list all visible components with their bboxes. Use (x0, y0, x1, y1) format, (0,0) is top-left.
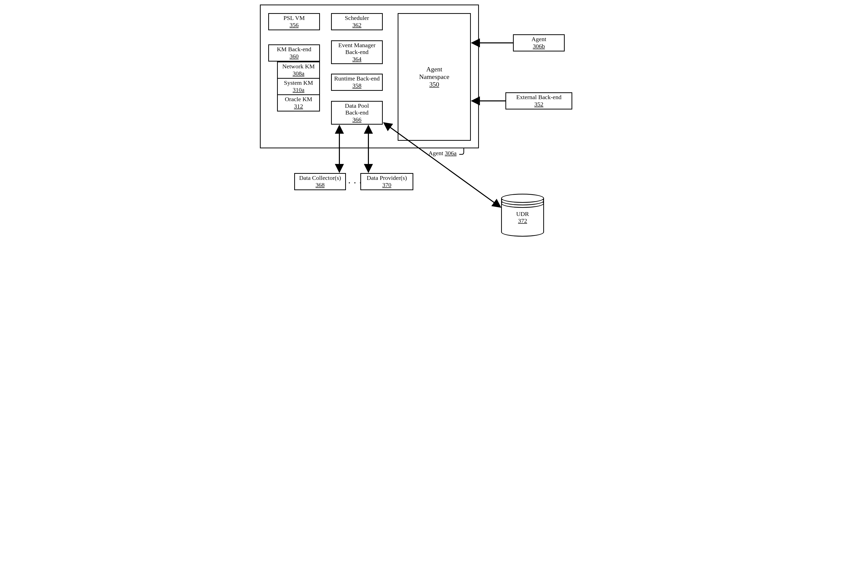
agent-external-num: 306b (533, 43, 545, 50)
agent-container-label-prefix: Agent (428, 150, 445, 156)
agent-container-label-num: 306a (445, 150, 457, 156)
agent-external-label: Agent (531, 36, 546, 43)
system-km-num: 310a (293, 87, 304, 94)
psl-vm-num: 356 (290, 22, 299, 29)
agent-namespace-box: Agent Namespace 350 (398, 13, 471, 141)
oracle-km-label: Oracle KM (285, 96, 312, 103)
event-manager-label2: Back-end (345, 49, 369, 56)
event-manager-num: 364 (353, 56, 362, 63)
runtime-backend-box: Runtime Back-end 358 (331, 74, 383, 91)
network-km-box: Network KM 308a (277, 62, 320, 79)
system-km-box: System KM 310a (277, 78, 320, 95)
scheduler-num: 362 (353, 22, 362, 29)
agent-namespace-num: 350 (430, 81, 439, 88)
udr-num: 372 (518, 217, 527, 224)
agent-namespace-label2: Namespace (419, 73, 449, 81)
agent-container-label: Agent 306a (428, 150, 456, 157)
runtime-backend-num: 358 (353, 82, 362, 89)
km-backend-num: 360 (290, 53, 299, 60)
km-backend-label: KM Back-end (277, 46, 311, 53)
data-providers-label: Data Provider(s) (367, 175, 407, 181)
scheduler-box: Scheduler 362 (331, 13, 383, 30)
data-pool-label1: Data Pool (345, 102, 369, 109)
agent-external-box: Agent 306b (513, 34, 565, 52)
data-collectors-label: Data Collector(s) (299, 175, 341, 181)
udr-cylinder: UDR 372 (501, 194, 544, 237)
network-km-label: Network KM (282, 63, 315, 70)
container-label-hook (459, 148, 464, 155)
event-manager-label1: Event Manager (338, 42, 375, 49)
data-pool-box: Data Pool Back-end 366 (331, 101, 383, 125)
data-collectors-num: 368 (316, 181, 325, 189)
data-collectors-box: Data Collector(s) 368 (294, 173, 346, 190)
psl-vm-label: PSL VM (283, 15, 305, 22)
scheduler-label: Scheduler (345, 15, 369, 22)
data-providers-box: Data Provider(s) 370 (360, 173, 413, 190)
data-pool-label2: Back-end (345, 109, 369, 116)
event-manager-box: Event Manager Back-end 364 (331, 40, 383, 64)
external-backend-box: External Back-end 352 (505, 92, 572, 109)
data-pool-num: 366 (353, 116, 362, 123)
km-backend-box: KM Back-end 360 (268, 44, 320, 62)
network-km-num: 308a (293, 70, 304, 77)
data-providers-num: 370 (382, 181, 391, 189)
ellipsis-label: . . . (348, 177, 362, 185)
agent-namespace-label1: Agent (426, 66, 442, 73)
external-backend-label: External Back-end (516, 94, 561, 101)
runtime-backend-label: Runtime Back-end (334, 75, 380, 82)
external-backend-num: 352 (534, 101, 543, 108)
oracle-km-box: Oracle KM 312 (277, 94, 320, 112)
oracle-km-num: 312 (294, 103, 303, 110)
diagram-canvas: PSL VM 356 KM Back-end 360 Network KM 30… (252, 0, 616, 246)
system-km-label: System KM (284, 80, 313, 87)
psl-vm-box: PSL VM 356 (268, 13, 320, 30)
udr-label: UDR (516, 211, 529, 217)
